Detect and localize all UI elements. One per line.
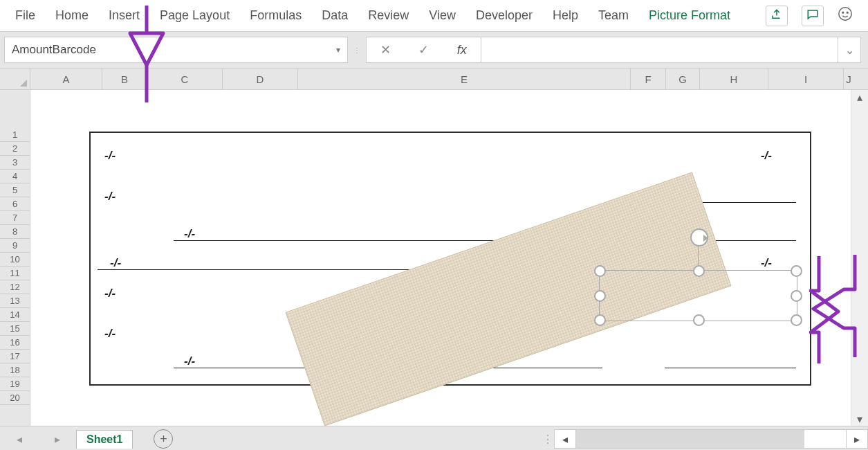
chevron-down-icon[interactable]: ▾ [336, 45, 340, 55]
splitter-handle[interactable]: ⋮ [352, 46, 362, 54]
col-E[interactable]: E [298, 69, 631, 89]
placeholder-top-left: -/- [104, 149, 116, 163]
horizontal-scrollbar[interactable]: ⋮ ◂ ▸ [542, 429, 868, 449]
comments-button[interactable] [802, 6, 824, 26]
ribbon-tabs: File Home Insert Page Layout Formulas Da… [14, 5, 732, 26]
col-I[interactable]: I [768, 69, 844, 89]
expand-formula-bar[interactable]: ⌄ [838, 37, 861, 63]
hscroll-track[interactable] [576, 429, 846, 449]
row-19[interactable]: 19 [0, 377, 30, 391]
plus-icon: + [160, 432, 167, 447]
tab-developer[interactable]: Developer [474, 5, 534, 26]
column-headers: A B C D E F G H I J [0, 69, 868, 90]
tab-home[interactable]: Home [54, 5, 90, 26]
row-17[interactable]: 17 [0, 350, 30, 363]
sheet-tab-active[interactable]: Sheet1 [76, 430, 133, 449]
formula-bar-row: AmountBarcode ▾ ⋮ ✕ ✓ fx ⌄ [0, 31, 868, 69]
name-box[interactable]: AmountBarcode ▾ [4, 37, 348, 63]
row-4[interactable]: 4 [0, 170, 30, 183]
placeholder-memo-left: -/- [104, 287, 116, 300]
col-H[interactable]: H [700, 69, 768, 89]
svg-point-1 [842, 12, 844, 13]
row-9[interactable]: 9 [0, 239, 30, 253]
row-18[interactable]: 18 [0, 363, 30, 377]
tab-review[interactable]: Review [367, 5, 410, 26]
resize-handle-ne[interactable] [791, 265, 802, 277]
ribbon: File Home Insert Page Layout Formulas Da… [0, 0, 868, 31]
comment-icon [806, 8, 819, 24]
tab-file[interactable]: File [14, 5, 37, 26]
placeholder-top-right: -/- [761, 149, 772, 163]
tab-view[interactable]: View [427, 5, 457, 26]
name-box-value: AmountBarcode [12, 43, 96, 57]
row-16[interactable]: 16 [0, 336, 30, 350]
rotate-handle[interactable] [690, 228, 708, 246]
tab-data[interactable]: Data [320, 5, 349, 26]
resize-handle-nw[interactable] [594, 265, 606, 277]
resize-handle-s[interactable] [693, 314, 705, 326]
svg-point-2 [847, 12, 848, 13]
sheet-canvas[interactable]: -/- -/- -/- -/- -/- -/- -/- -/- -/- -/- … [30, 90, 868, 426]
sheet-next-button[interactable]: ▸ [55, 433, 60, 446]
tab-page-layout[interactable]: Page Layout [158, 5, 231, 26]
col-J[interactable]: J [844, 69, 853, 89]
share-button[interactable] [766, 6, 788, 26]
tab-picture-format[interactable]: Picture Format [647, 5, 732, 26]
col-D[interactable]: D [223, 69, 298, 89]
row-15[interactable]: 15 [0, 322, 30, 336]
resize-handle-e[interactable] [791, 290, 802, 302]
tab-insert[interactable]: Insert [107, 5, 141, 26]
row-11[interactable]: 11 [0, 267, 30, 280]
col-F[interactable]: F [631, 69, 666, 89]
placeholder-mid-left: -/- [184, 227, 195, 241]
row-8[interactable]: 8 [0, 225, 30, 239]
sheet-prev-button[interactable]: ◂ [17, 433, 22, 446]
confirm-formula-button[interactable]: ✓ [418, 42, 429, 57]
splitter-handle[interactable]: ⋮ [542, 433, 554, 446]
selected-picture-amountbarcode[interactable] [599, 270, 797, 321]
scroll-left-button[interactable]: ◂ [554, 429, 576, 449]
formula-controls: ✕ ✓ fx [366, 37, 481, 63]
row-20[interactable]: 20 [0, 391, 30, 405]
row-5[interactable]: 5 [0, 183, 30, 197]
svg-point-0 [839, 7, 851, 19]
tab-formulas[interactable]: Formulas [248, 5, 303, 26]
insert-function-button[interactable]: fx [457, 43, 467, 57]
col-G[interactable]: G [666, 69, 700, 89]
row-12[interactable]: 12 [0, 280, 30, 294]
select-all-corner[interactable] [0, 69, 30, 89]
row-10[interactable]: 10 [0, 253, 30, 267]
col-B[interactable]: B [102, 69, 147, 89]
vertical-scrollbar[interactable]: ▴ ▾ [851, 90, 868, 426]
row-14[interactable]: 14 [0, 308, 30, 322]
feedback-button[interactable] [838, 6, 853, 26]
tab-team[interactable]: Team [597, 5, 630, 26]
scroll-right-button[interactable]: ▸ [846, 429, 868, 449]
add-sheet-button[interactable]: + [154, 429, 173, 449]
row-3[interactable]: 3 [0, 156, 30, 170]
resize-handle-sw[interactable] [594, 314, 606, 326]
placeholder-sig-left: -/- [184, 354, 195, 368]
resize-handle-se[interactable] [791, 314, 802, 326]
hscroll-thumb[interactable] [576, 430, 804, 448]
row-6[interactable]: 6 [0, 197, 30, 211]
col-A[interactable]: A [30, 69, 102, 89]
tab-help[interactable]: Help [551, 5, 580, 26]
formula-input[interactable] [481, 37, 838, 63]
sheet-tab-bar: ◂ ▸ Sheet1 + ⋮ ◂ ▸ [0, 426, 868, 450]
share-icon [770, 8, 783, 24]
row-7[interactable]: 7 [0, 211, 30, 225]
line-date [689, 202, 796, 203]
scroll-down-button[interactable]: ▾ [851, 412, 868, 426]
row-headers: 1 2 3 4 5 6 7 8 9 10 11 12 13 14 15 16 1… [0, 90, 30, 426]
resize-handle-n[interactable] [693, 265, 705, 277]
row-1[interactable]: 1 [0, 128, 30, 142]
scroll-up-button[interactable]: ▴ [851, 90, 868, 104]
row-13[interactable]: 13 [0, 294, 30, 308]
cancel-formula-button[interactable]: ✕ [380, 42, 391, 57]
worksheet-grid: 1 2 3 4 5 6 7 8 9 10 11 12 13 14 15 16 1… [0, 90, 868, 426]
row-2[interactable]: 2 [0, 142, 30, 156]
col-C[interactable]: C [147, 69, 223, 89]
row-gap [0, 90, 30, 128]
resize-handle-w[interactable] [594, 290, 606, 302]
